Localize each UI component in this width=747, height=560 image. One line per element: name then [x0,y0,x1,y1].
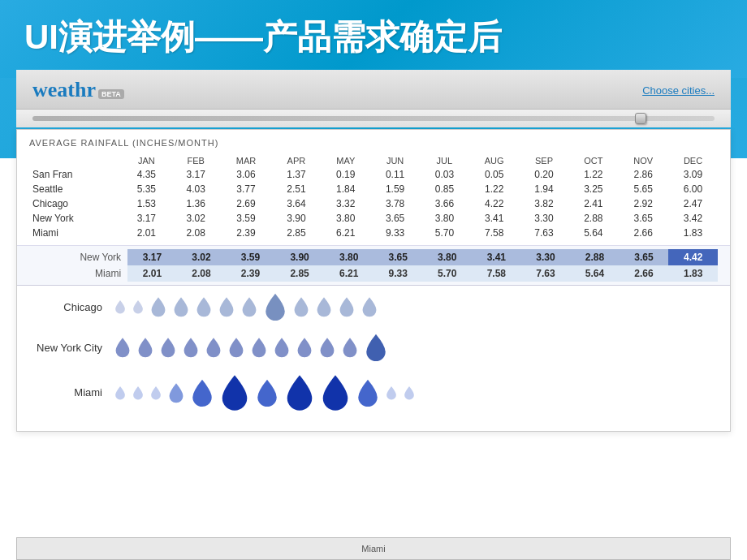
raindrop-icon [228,337,244,358]
value-cell: 0.03 [420,167,469,182]
city-cell: New York [29,211,122,226]
raindrop-icon [205,337,222,358]
value-cell: 2.86 [618,167,668,182]
value-cell: 3.32 [321,196,370,211]
value-cell: 1.59 [370,182,420,196]
value-cell: 5.64 [570,265,620,282]
value-cell: 1.83 [668,265,718,282]
value-cell: 0.85 [420,182,469,196]
raindrop-icon [285,373,314,411]
slider-container [16,110,731,127]
slider-thumb[interactable] [635,113,646,124]
highlighted-section: New York3.173.023.593.903.803.653.803.41… [17,246,730,286]
raindrop-icon [168,382,184,403]
value-cell: 2.92 [618,196,668,211]
value-cell: 2.85 [275,265,325,282]
value-cell: 5.64 [568,226,618,240]
city-cell: New York [29,249,127,265]
value-cell: 3.42 [668,211,718,226]
raindrop-icon [132,299,144,314]
city-cell: Miami [29,265,127,282]
highlighted-row: New York3.173.023.593.903.803.653.803.41… [29,249,718,265]
city-visual-label: Miami [25,386,114,398]
raindrop-icon [132,386,144,400]
value-cell: 6.00 [668,182,718,196]
raindrop-icon [150,386,162,400]
value-cell: 7.63 [520,226,569,240]
value-cell: 3.90 [272,211,322,226]
raindrop-icon [251,337,267,358]
value-cell: 2.08 [171,226,221,240]
raindrop-icon [316,296,332,317]
raindrop-icon [404,386,415,400]
drops-container [114,373,722,411]
raindrop-icon [256,378,279,407]
value-cell: 7.58 [469,226,520,240]
raindrop-icon [356,378,379,407]
city-col-header [29,154,122,167]
value-cell: 0.11 [370,167,420,182]
city-visual-row: Miami [25,373,722,411]
raindrop-icon [264,292,287,321]
value-cell: 1.53 [122,196,171,211]
raindrop-icon [150,296,166,317]
visual-cities: Chicago New York City [25,292,722,411]
bottom-bar: Miami [16,537,731,560]
value-cell: 1.83 [668,226,718,240]
table-title: AVERAGE RAINFALL (INCHES/MONTH) [29,138,718,148]
value-cell: 3.30 [521,249,571,265]
value-cell: 4.22 [469,196,520,211]
city-visual-row: Chicago [25,292,722,321]
value-cell: 6.21 [324,265,374,282]
raindrop-icon [114,386,126,400]
value-cell: 3.65 [620,249,669,265]
raindrop-icon [361,296,378,317]
value-cell: 5.70 [422,265,472,282]
value-cell: 3.66 [420,196,469,211]
value-cell: 3.80 [422,249,472,265]
value-cell: 7.58 [472,265,521,282]
value-cell: 3.65 [374,249,423,265]
rainfall-table: JAN FEB MAR APR MAY JUN JUL AUG SEP OCT … [29,154,718,240]
slider-track[interactable] [32,116,715,121]
value-cell: 3.65 [618,211,668,226]
aug-header: AUG [469,154,520,167]
drops-container [114,292,722,321]
value-cell: 1.22 [568,167,618,182]
value-cell: 3.65 [370,211,420,226]
apr-header: APR [272,154,322,167]
value-cell: 2.41 [568,196,618,211]
value-cell: 3.17 [171,167,221,182]
value-cell: 3.90 [275,249,325,265]
nov-header: NOV [618,154,668,167]
value-cell: 3.77 [221,182,272,196]
value-cell: 4.35 [122,167,171,182]
feb-header: FEB [171,154,221,167]
raindrop-icon [114,299,126,314]
value-cell: 1.84 [321,182,370,196]
value-cell: 2.88 [570,249,620,265]
value-cell: 3.02 [171,211,221,226]
table-section: AVERAGE RAINFALL (INCHES/MONTH) JAN FEB … [17,130,730,246]
city-cell: Miami [29,226,122,240]
sep-header: SEP [520,154,569,167]
value-cell: 5.65 [618,182,668,196]
value-cell: 6.21 [321,226,370,240]
value-cell: 3.09 [668,167,718,182]
table-row: San Fran4.353.173.061.370.190.110.030.05… [29,167,718,182]
value-cell: 9.33 [370,226,420,240]
bottom-label: Miami [361,544,385,554]
value-cell: 3.59 [226,249,275,265]
value-cell: 2.88 [568,211,618,226]
city-visual-row: New York City [25,333,722,362]
value-cell: 3.80 [324,249,374,265]
value-cell: 1.36 [171,196,221,211]
value-cell: 3.06 [221,167,272,182]
highlighted-table: New York3.173.023.593.903.803.653.803.41… [29,249,718,282]
table-row: Seattle5.354.033.772.511.841.590.851.221… [29,182,718,196]
city-cell: Seattle [29,182,122,196]
choose-cities-link[interactable]: Choose cities... [642,84,715,97]
highlighted-body: New York3.173.023.593.903.803.653.803.41… [29,249,718,282]
value-cell: 2.66 [618,226,668,240]
dec-header: DEC [668,154,718,167]
